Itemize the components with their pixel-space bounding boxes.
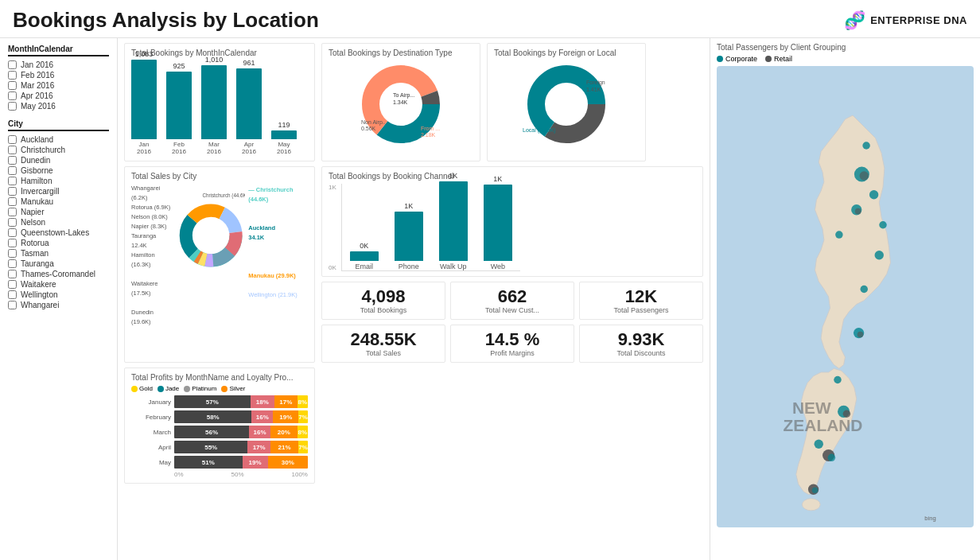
month-filter-item: May 2016 xyxy=(8,101,109,111)
city-checkbox[interactable] xyxy=(8,301,17,309)
channel-bars-container: 0K Email 1K Phone 1K Walk Up 1K Web xyxy=(341,184,520,271)
bar xyxy=(201,65,227,139)
foreign-local-chart-card: Total Bookings by Foreign or Local Forei… xyxy=(487,43,646,161)
city-checkbox[interactable] xyxy=(8,228,17,237)
legend-item: Platinum xyxy=(184,385,216,392)
channel-value: 1K xyxy=(404,202,413,210)
gold-segment: 51% xyxy=(174,456,243,469)
month-row-label: March xyxy=(131,429,171,436)
map-title: Total Passengers by Client Grouping xyxy=(717,43,974,52)
city-checkbox[interactable] xyxy=(8,218,17,227)
city-filter-item: Nelson xyxy=(8,217,109,228)
kpi-value: 248.55K xyxy=(325,330,441,349)
destination-chart-card: Total Bookings by Destination Type To Ai… xyxy=(321,43,480,161)
city-checkbox[interactable] xyxy=(8,208,17,216)
platinum-segment: 17% xyxy=(274,395,298,408)
month-checkbox[interactable] xyxy=(8,91,17,100)
city-filter-item: Manukau xyxy=(8,196,109,207)
platinum-segment: 20% xyxy=(270,426,298,438)
monthly-bar-chart: 1,083 Jan2016 925 Feb2016 1,010 Mar2016 … xyxy=(131,60,308,156)
svg-point-32 xyxy=(879,221,887,229)
city-checkbox[interactable] xyxy=(8,270,17,278)
kpi-card: 12K Total Passengers xyxy=(579,282,703,320)
map-legend: CorporateRetail xyxy=(717,55,974,63)
city-checkbox[interactable] xyxy=(8,166,17,175)
city-label: Whangarei xyxy=(21,301,59,309)
city-checkbox[interactable] xyxy=(8,156,17,165)
legend-dot xyxy=(158,386,164,392)
monthly-bar-group: 961 Apr2016 xyxy=(236,59,262,156)
city-checkbox[interactable] xyxy=(8,280,17,289)
city-checkbox[interactable] xyxy=(8,177,17,185)
map-legend-item: Corporate xyxy=(717,55,757,63)
city-label: Waitakere xyxy=(21,280,56,289)
legend-label: Jade xyxy=(165,385,179,392)
city-filter-item: Waitakere xyxy=(8,279,109,290)
month-checkbox[interactable] xyxy=(8,102,17,111)
profits-chart-card: Total Profits by MonthName and Loyalty P… xyxy=(124,368,315,484)
city-checkbox[interactable] xyxy=(8,135,17,144)
kpi-card: 662 Total New Cust... xyxy=(450,282,574,320)
svg-point-33 xyxy=(875,251,884,259)
legend-label: Platinum xyxy=(192,385,216,392)
channel-value: 1K xyxy=(449,172,457,180)
kpi-label: Total Bookings xyxy=(325,306,441,314)
silver-segment: 8% xyxy=(298,426,308,438)
destination-donut-wrapper: To Airp... 1.34K Non Airp... 0.56K From … xyxy=(329,60,473,148)
legend-label: Silver xyxy=(229,385,245,392)
svg-text:2.18K: 2.18K xyxy=(421,132,436,138)
jade-segment: 17% xyxy=(247,441,270,453)
map-legend-label: Retail xyxy=(774,55,792,63)
stacked-bar-row: April 55% 17% 21% 7% xyxy=(131,441,308,453)
bar xyxy=(166,72,192,139)
city-checkbox[interactable] xyxy=(8,197,17,206)
bar xyxy=(131,60,157,139)
dna-icon: 🧬 xyxy=(844,10,865,31)
channel-bar xyxy=(439,181,468,261)
destination-chart-title: Total Bookings by Destination Type xyxy=(329,49,473,57)
city-checkbox[interactable] xyxy=(8,249,17,258)
bar-label: Mar2016 xyxy=(207,141,221,156)
monthly-bar-group: 1,083 Jan2016 xyxy=(131,50,157,156)
jade-segment: 19% xyxy=(243,456,268,469)
map-legend-circle xyxy=(765,56,772,62)
stacked-bars: January 57% 18% 17% 8% February 58% 16% … xyxy=(131,395,308,469)
svg-text:NEW: NEW xyxy=(792,399,831,417)
svg-text:ZEALAND: ZEALAND xyxy=(784,416,863,434)
month-checkbox[interactable] xyxy=(8,71,17,80)
kpi-value: 14.5 % xyxy=(454,330,570,349)
month-checkbox[interactable] xyxy=(8,81,17,90)
kpi-card: 248.55K Total Sales xyxy=(321,325,445,363)
stacked-bar-row: February 58% 16% 19% 7% xyxy=(131,410,308,423)
city-checkbox[interactable] xyxy=(8,187,17,196)
city-label: Thames-Coromandel xyxy=(21,270,95,278)
monthly-bar-group: 1,010 Mar2016 xyxy=(201,56,227,156)
month-label: Apr 2016 xyxy=(21,91,53,100)
svg-text:1.34K: 1.34K xyxy=(393,99,408,105)
month-label: May 2016 xyxy=(21,102,56,111)
month-filter-item: Jan 2016 xyxy=(8,60,109,70)
city-checkbox[interactable] xyxy=(8,290,17,299)
city-checkbox[interactable] xyxy=(8,239,17,247)
profits-chart-title: Total Profits by MonthName and Loyalty P… xyxy=(131,373,308,382)
city-label: Invercargill xyxy=(21,187,59,196)
y-axis: 1K 0K xyxy=(329,184,338,271)
city-filter-item: Dunedin xyxy=(8,155,109,165)
month-checkbox[interactable] xyxy=(8,60,17,69)
city-checkbox[interactable] xyxy=(8,259,17,268)
svg-point-30 xyxy=(855,208,861,215)
legend-dot xyxy=(221,386,228,392)
kpi-label: Total New Cust... xyxy=(454,306,570,314)
month-row-label: January xyxy=(131,399,171,406)
svg-text:1.41K: 1.41K xyxy=(586,87,601,92)
city-filter-item: Wellington xyxy=(8,290,109,300)
month-filter-title: MonthInCalendar xyxy=(8,45,109,56)
svg-point-46 xyxy=(815,440,823,449)
sidebar: MonthInCalendar Jan 2016 Feb 2016 Mar 20… xyxy=(0,38,118,560)
row-2: Total Sales by City Whangarei (6.2K) Rot… xyxy=(124,166,703,363)
platinum-segment: 30% xyxy=(268,456,308,469)
city-label: Manukau xyxy=(21,197,53,206)
map-legend-item: Retail xyxy=(765,55,792,63)
city-filter-item: Tasman xyxy=(8,248,109,259)
city-checkbox[interactable] xyxy=(8,146,17,154)
